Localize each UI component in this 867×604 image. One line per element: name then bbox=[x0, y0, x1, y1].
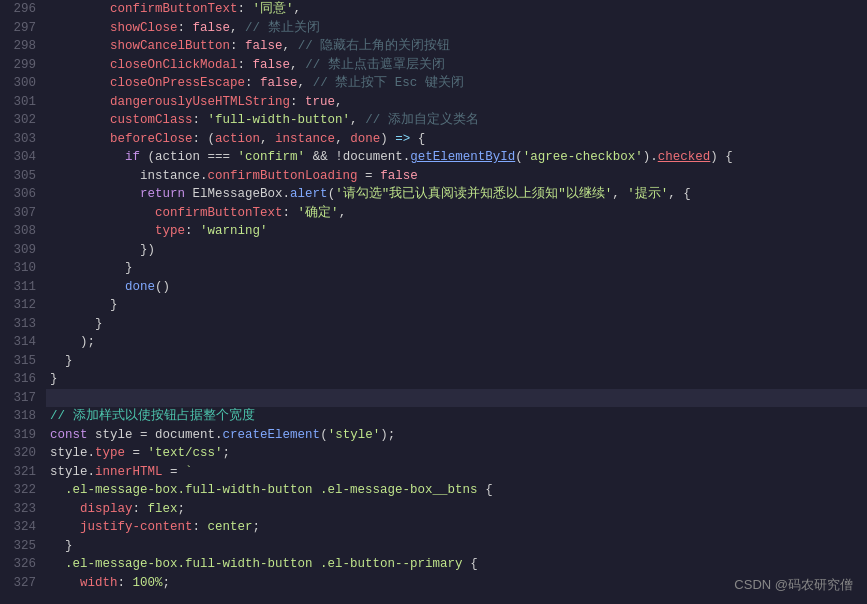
line-content: confirmButtonText: '确定', bbox=[46, 204, 867, 223]
line-content: style.innerHTML = ` bbox=[46, 463, 867, 482]
line-content: showClose: false, // 禁止关闭 bbox=[46, 19, 867, 38]
line-content: ); bbox=[46, 333, 867, 352]
line-number: 317 bbox=[0, 389, 46, 408]
line-number: 325 bbox=[0, 537, 46, 556]
line-number: 298 bbox=[0, 37, 46, 56]
line-content: beforeClose: (action, instance, done) =>… bbox=[46, 130, 867, 149]
line-content: confirmButtonText: '同意', bbox=[46, 0, 867, 19]
line-number: 309 bbox=[0, 241, 46, 260]
line-content: } bbox=[46, 352, 867, 371]
line-number: 322 bbox=[0, 481, 46, 500]
line-content: closeOnPressEscape: false, // 禁止按下 Esc 键… bbox=[46, 74, 867, 93]
line-content: instance.confirmButtonLoading = false bbox=[46, 167, 867, 186]
line-content: } bbox=[46, 315, 867, 334]
line-number: 323 bbox=[0, 500, 46, 519]
line-content: display: flex; bbox=[46, 500, 867, 519]
line-content: }) bbox=[46, 241, 867, 260]
line-content bbox=[46, 389, 867, 408]
line-number: 307 bbox=[0, 204, 46, 223]
line-number: 318 bbox=[0, 407, 46, 426]
code-lines: 296 confirmButtonText: '同意',297 showClos… bbox=[0, 0, 867, 592]
line-content: type: 'warning' bbox=[46, 222, 867, 241]
line-number: 305 bbox=[0, 167, 46, 186]
line-content: showCancelButton: false, // 隐藏右上角的关闭按钮 bbox=[46, 37, 867, 56]
line-content: .el-message-box.full-width-button .el-bu… bbox=[46, 555, 867, 574]
line-number: 304 bbox=[0, 148, 46, 167]
line-number: 324 bbox=[0, 518, 46, 537]
line-content: const style = document.createElement('st… bbox=[46, 426, 867, 445]
line-content: .el-message-box.full-width-button .el-me… bbox=[46, 481, 867, 500]
line-number: 319 bbox=[0, 426, 46, 445]
line-number: 316 bbox=[0, 370, 46, 389]
line-content: if (action === 'confirm' && !document.ge… bbox=[46, 148, 867, 167]
line-number: 314 bbox=[0, 333, 46, 352]
line-number: 297 bbox=[0, 19, 46, 38]
line-number: 327 bbox=[0, 574, 46, 593]
line-number: 303 bbox=[0, 130, 46, 149]
line-number: 296 bbox=[0, 0, 46, 19]
line-content: justify-content: center; bbox=[46, 518, 867, 537]
line-number: 310 bbox=[0, 259, 46, 278]
line-content: dangerouslyUseHTMLString: true, bbox=[46, 93, 867, 112]
line-content: } bbox=[46, 370, 867, 389]
line-content: closeOnClickModal: false, // 禁止点击遮罩层关闭 bbox=[46, 56, 867, 75]
line-number: 308 bbox=[0, 222, 46, 241]
watermark: CSDN @码农研究僧 bbox=[734, 576, 853, 594]
line-number: 320 bbox=[0, 444, 46, 463]
line-content: } bbox=[46, 537, 867, 556]
line-content: // 添加样式以使按钮占据整个宽度 bbox=[46, 407, 867, 426]
line-number: 326 bbox=[0, 555, 46, 574]
line-number: 300 bbox=[0, 74, 46, 93]
line-content: } bbox=[46, 296, 867, 315]
line-number: 302 bbox=[0, 111, 46, 130]
line-content: customClass: 'full-width-button', // 添加自… bbox=[46, 111, 867, 130]
line-number: 312 bbox=[0, 296, 46, 315]
line-number: 301 bbox=[0, 93, 46, 112]
line-number: 315 bbox=[0, 352, 46, 371]
line-number: 313 bbox=[0, 315, 46, 334]
code-editor: 296 confirmButtonText: '同意',297 showClos… bbox=[0, 0, 867, 604]
line-number: 299 bbox=[0, 56, 46, 75]
line-content: } bbox=[46, 259, 867, 278]
line-number: 311 bbox=[0, 278, 46, 297]
line-number: 306 bbox=[0, 185, 46, 204]
line-number: 321 bbox=[0, 463, 46, 482]
line-content: style.type = 'text/css'; bbox=[46, 444, 867, 463]
line-content: return ElMessageBox.alert('请勾选"我已认真阅读并知悉… bbox=[46, 185, 867, 204]
line-content: done() bbox=[46, 278, 867, 297]
